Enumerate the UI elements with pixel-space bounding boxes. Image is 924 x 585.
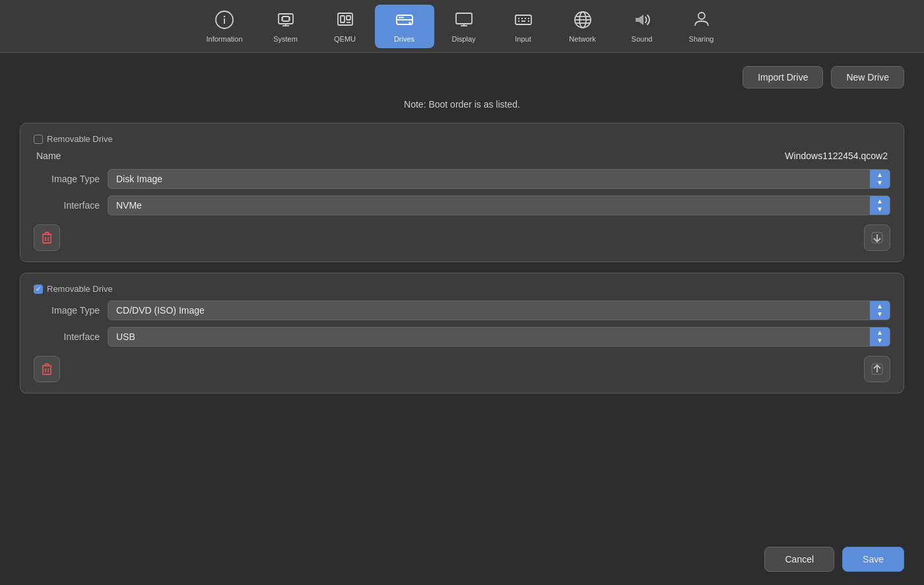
sidebar-item-system[interactable]: System [256, 5, 315, 48]
svg-rect-13 [346, 16, 350, 20]
removable-label-0: Removable Drive [47, 134, 113, 144]
svg-point-17 [409, 22, 411, 24]
network-icon [573, 10, 593, 32]
sidebar-item-qemu[interactable]: QEMU [315, 5, 375, 48]
interface-label-0: Interface [34, 200, 100, 211]
top-actions: Import Drive New Drive [20, 66, 904, 88]
svg-rect-19 [456, 13, 472, 24]
interface-row-1: Interface USB ▲ ▼ [34, 327, 890, 347]
sound-label: Sound [632, 35, 653, 43]
information-label: Information [206, 35, 242, 43]
image-type-select-1[interactable]: CD/DVD (ISO) Image ▲ ▼ [108, 300, 890, 320]
removable-label-1: Removable Drive [47, 284, 113, 294]
sound-icon [632, 10, 652, 32]
sidebar-item-display[interactable]: Display [434, 5, 494, 48]
sharing-icon [692, 10, 711, 32]
sidebar-item-information[interactable]: Information [193, 5, 255, 48]
display-icon [454, 10, 474, 32]
svg-point-36 [698, 13, 705, 19]
trash-icon-0 [41, 232, 53, 244]
interface-select-0[interactable]: NVMe ▲ ▼ [108, 195, 890, 215]
card-footer-1 [34, 356, 890, 382]
new-drive-button[interactable]: New Drive [831, 66, 904, 88]
display-label: Display [451, 35, 475, 43]
name-key-0: Name [36, 151, 61, 161]
delete-drive-button-1[interactable] [34, 356, 60, 382]
cancel-button[interactable]: Cancel [764, 547, 834, 572]
move-up-button-1[interactable] [864, 356, 890, 382]
bottom-actions: Cancel Save [764, 547, 904, 572]
name-row-0: Name Windows1122454.qcow2 [34, 151, 890, 161]
arrow-down-icon-0 [871, 232, 883, 244]
drive-card-0: Removable Drive Name Windows1122454.qcow… [20, 123, 904, 262]
svg-rect-6 [282, 17, 289, 21]
svg-rect-37 [43, 234, 51, 243]
trash-icon-1 [41, 363, 53, 375]
svg-point-2 [224, 15, 225, 17]
image-type-select-0[interactable]: Disk Image ▲ ▼ [108, 169, 890, 189]
information-icon [214, 10, 234, 32]
image-type-arrows-1: ▲ ▼ [870, 301, 890, 320]
drives-label: Drives [394, 35, 414, 43]
sidebar-item-input[interactable]: Input [494, 5, 553, 48]
image-type-label-0: Image Type [34, 174, 100, 184]
interface-value-1: USB [116, 331, 135, 342]
svg-marker-35 [636, 15, 644, 25]
svg-rect-12 [341, 16, 345, 22]
move-down-button-0[interactable] [864, 224, 890, 251]
main-content: Import Drive New Drive Note: Boot order … [0, 53, 924, 417]
removable-checkbox-1[interactable] [34, 285, 43, 294]
input-label: Input [515, 35, 531, 43]
toolbar: Information System [0, 0, 924, 53]
sharing-label: Sharing [689, 35, 714, 43]
interface-row-0: Interface NVMe ▲ ▼ [34, 195, 890, 215]
network-label: Network [569, 35, 595, 43]
arrow-up-icon-1 [871, 363, 883, 375]
card-footer-0 [34, 224, 890, 251]
qemu-label: QEMU [334, 35, 356, 43]
image-type-label-1: Image Type [34, 305, 100, 316]
image-type-row-0: Image Type Disk Image ▲ ▼ [34, 169, 890, 189]
interface-value-0: NVMe [116, 200, 142, 211]
delete-drive-button-0[interactable] [34, 224, 60, 251]
system-icon [276, 10, 296, 32]
sidebar-item-sharing[interactable]: Sharing [672, 5, 731, 48]
image-type-value-1: CD/DVD (ISO) Image [116, 305, 205, 316]
image-type-arrows-0: ▲ ▼ [870, 170, 890, 188]
sidebar-item-network[interactable]: Network [553, 5, 612, 48]
interface-select-1[interactable]: USB ▲ ▼ [108, 327, 890, 347]
svg-rect-42 [43, 366, 51, 374]
qemu-icon [335, 10, 355, 32]
import-drive-button[interactable]: Import Drive [742, 66, 823, 88]
image-type-value-0: Disk Image [116, 174, 162, 184]
image-type-row-1: Image Type CD/DVD (ISO) Image ▲ ▼ [34, 300, 890, 320]
interface-arrows-0: ▲ ▼ [870, 196, 890, 215]
input-icon [513, 10, 533, 32]
save-button[interactable]: Save [842, 547, 904, 572]
boot-order-note: Note: Boot order is as listed. [20, 99, 904, 110]
removable-row-0: Removable Drive [34, 134, 890, 144]
sidebar-item-drives[interactable]: Drives [375, 5, 434, 48]
name-value-0: Windows1122454.qcow2 [785, 151, 888, 161]
system-label: System [273, 35, 298, 43]
sidebar-item-sound[interactable]: Sound [612, 5, 672, 48]
drive-card-1: Removable Drive Image Type CD/DVD (ISO) … [20, 273, 904, 394]
svg-rect-22 [515, 15, 531, 24]
drives-icon [395, 10, 414, 32]
svg-rect-3 [279, 14, 293, 24]
removable-checkbox-0[interactable] [34, 135, 43, 144]
interface-label-1: Interface [34, 331, 100, 342]
removable-row-1: Removable Drive [34, 284, 890, 294]
interface-arrows-1: ▲ ▼ [870, 327, 890, 346]
